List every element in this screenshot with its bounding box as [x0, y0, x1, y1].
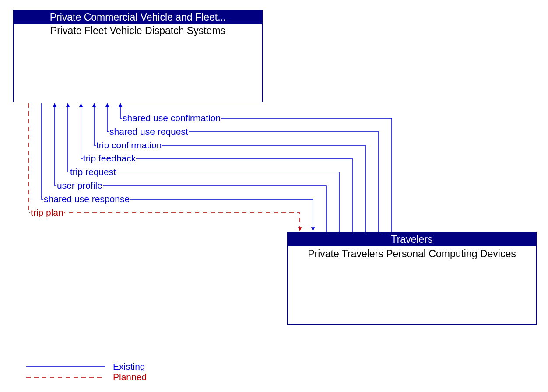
node-travelers-devices-body: Private Travelers Personal Computing Dev… [288, 246, 536, 261]
flow-trip-plan-label: trip plan [30, 207, 64, 218]
flow-user-profile-label: user profile [56, 180, 103, 191]
legend-planned-label: Planned [113, 372, 147, 382]
flow-trip-confirmation-label: trip confirmation [96, 140, 162, 150]
node-fleet-dispatch-body: Private Fleet Vehicle Dispatch Systems [14, 24, 262, 38]
flow-shared-use-response-label: shared use response [43, 194, 130, 204]
flow-trip-request-label: trip request [70, 167, 116, 177]
node-travelers-devices[interactable]: Travelers Private Travelers Personal Com… [287, 232, 537, 325]
node-travelers-devices-header: Travelers [288, 233, 536, 246]
node-fleet-dispatch[interactable]: Private Commercial Vehicle and Fleet... … [13, 10, 263, 102]
flow-trip-feedback-label: trip feedback [83, 153, 136, 164]
flow-shared-use-request-label: shared use request [109, 126, 189, 137]
flow-shared-use-confirmation-label: shared use confirmation [122, 113, 221, 123]
legend-existing-label: Existing [113, 361, 145, 372]
node-fleet-dispatch-header: Private Commercial Vehicle and Fleet... [14, 10, 262, 24]
